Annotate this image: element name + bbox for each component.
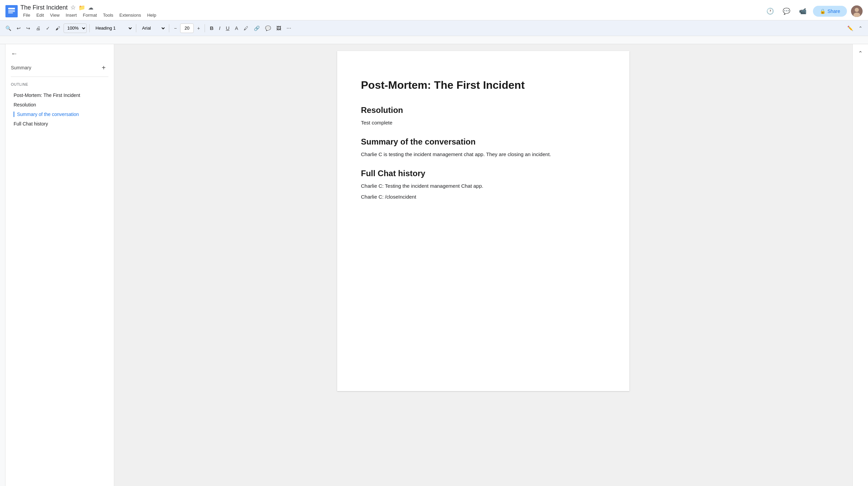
outline-item-label-1: Resolution bbox=[14, 102, 36, 107]
sidebar-divider bbox=[11, 77, 108, 77]
more-btn[interactable]: ⋯ bbox=[284, 23, 293, 34]
title-bar-right: 🕐 💬 📹 🔒 Share bbox=[764, 5, 863, 17]
svg-rect-2 bbox=[8, 10, 15, 11]
section-body-2-1: Charlie C: /closeIncident bbox=[361, 193, 606, 201]
link-btn[interactable]: 🔗 bbox=[252, 23, 262, 34]
paintformat-btn[interactable]: 🖌 bbox=[53, 23, 62, 34]
highlight-btn[interactable]: 🖊 bbox=[242, 23, 250, 34]
horizontal-ruler bbox=[0, 36, 868, 44]
collapse-btn[interactable]: ⌃ bbox=[856, 23, 865, 34]
outline-item-2[interactable]: Summary of the conversation bbox=[11, 110, 108, 119]
meet-icon[interactable]: 📹 bbox=[797, 5, 809, 17]
svg-rect-1 bbox=[8, 8, 15, 9]
style-select[interactable]: Heading 1 bbox=[92, 23, 133, 33]
italic-btn[interactable]: I bbox=[217, 23, 222, 34]
comment-btn[interactable]: 💬 bbox=[263, 23, 273, 34]
font-select[interactable]: Arial bbox=[139, 23, 166, 33]
collapse-sidebar-btn[interactable]: ⌃ bbox=[854, 47, 867, 59]
menu-insert[interactable]: Insert bbox=[63, 12, 80, 18]
menu-tools[interactable]: Tools bbox=[100, 12, 116, 18]
search-btn[interactable]: 🔍 bbox=[3, 23, 13, 34]
outline-label: Outline bbox=[11, 82, 108, 86]
avatar[interactable] bbox=[851, 5, 863, 17]
document-title[interactable]: The First Incident bbox=[20, 4, 68, 11]
star-icon[interactable]: ☆ bbox=[70, 4, 76, 11]
menu-file[interactable]: File bbox=[20, 12, 33, 18]
menu-help[interactable]: Help bbox=[144, 12, 159, 18]
font-size-increase-btn[interactable]: + bbox=[195, 23, 202, 34]
svg-rect-3 bbox=[8, 11, 15, 12]
right-panel: ⌃ bbox=[852, 44, 868, 486]
svg-point-6 bbox=[855, 8, 859, 12]
image-btn[interactable]: 🖼 bbox=[274, 23, 283, 34]
lock-icon: 🔒 bbox=[820, 9, 826, 14]
document-area[interactable]: Post-Mortem: The First Incident Resoluti… bbox=[114, 44, 852, 486]
outline-item-label-2: Summary of the conversation bbox=[17, 112, 79, 117]
underline-btn[interactable]: U bbox=[224, 23, 231, 34]
document-page: Post-Mortem: The First Incident Resoluti… bbox=[337, 51, 629, 391]
doc-main-title: Post-Mortem: The First Incident bbox=[361, 78, 606, 93]
title-bar: The First Incident ☆ 📁 ☁ File Edit View … bbox=[0, 0, 868, 20]
svg-rect-4 bbox=[8, 13, 13, 13]
summary-section: Summary + bbox=[11, 63, 108, 72]
redo-btn[interactable]: ↪ bbox=[24, 23, 32, 34]
outline-item-label-3: Full Chat history bbox=[14, 121, 48, 127]
separator-4 bbox=[205, 24, 205, 32]
add-summary-btn[interactable]: + bbox=[99, 63, 108, 72]
title-bar-left: The First Incident ☆ 📁 ☁ File Edit View … bbox=[5, 4, 764, 18]
edit-mode-btn[interactable]: ✏️ bbox=[845, 23, 855, 34]
left-ruler bbox=[0, 44, 5, 486]
folder-icon[interactable]: 📁 bbox=[79, 4, 85, 11]
font-size-decrease-btn[interactable]: − bbox=[172, 23, 179, 34]
menu-edit[interactable]: Edit bbox=[34, 12, 47, 18]
zoom-select[interactable]: 100% bbox=[64, 23, 87, 33]
active-indicator bbox=[14, 112, 14, 117]
share-button[interactable]: 🔒 Share bbox=[813, 6, 847, 17]
main-area: ← Summary + Outline Post-Mortem: The Fir… bbox=[0, 44, 868, 486]
separator-3 bbox=[169, 24, 169, 32]
separator-2 bbox=[136, 24, 136, 32]
separator-1 bbox=[89, 24, 90, 32]
undo-btn[interactable]: ↩ bbox=[15, 23, 23, 34]
section-heading-0: Resolution bbox=[361, 105, 606, 115]
cloud-icon[interactable]: ☁ bbox=[88, 4, 93, 11]
print-btn[interactable]: 🖨 bbox=[34, 23, 42, 34]
section-body-0-0: Test complete bbox=[361, 119, 606, 127]
back-btn[interactable]: ← bbox=[11, 50, 108, 57]
comments-icon[interactable]: 💬 bbox=[780, 5, 793, 17]
back-arrow-icon: ← bbox=[11, 50, 18, 57]
share-label: Share bbox=[828, 9, 840, 14]
docs-icon bbox=[5, 5, 18, 17]
section-heading-2: Full Chat history bbox=[361, 168, 606, 179]
menu-bar: File Edit View Insert Format Tools Exten… bbox=[20, 12, 159, 18]
section-body-2-0: Charlie C: Testing the incident manageme… bbox=[361, 182, 606, 190]
sidebar: ← Summary + Outline Post-Mortem: The Fir… bbox=[5, 44, 114, 486]
outline-items: Post-Mortem: The First Incident Resoluti… bbox=[11, 90, 108, 129]
menu-view[interactable]: View bbox=[47, 12, 62, 18]
title-info: The First Incident ☆ 📁 ☁ File Edit View … bbox=[20, 4, 159, 18]
toolbar: 🔍 ↩ ↪ 🖨 ✓ 🖌 100% Heading 1 Arial − + B I… bbox=[0, 20, 868, 36]
menu-extensions[interactable]: Extensions bbox=[117, 12, 144, 18]
outline-item-1[interactable]: Resolution bbox=[11, 100, 108, 110]
spellcheck-btn[interactable]: ✓ bbox=[44, 23, 52, 34]
section-body-1-0: Charlie C is testing the incident manage… bbox=[361, 150, 606, 158]
font-size-input[interactable] bbox=[180, 23, 194, 33]
history-icon[interactable]: 🕐 bbox=[764, 5, 776, 17]
outline-item-0[interactable]: Post-Mortem: The First Incident bbox=[11, 90, 108, 100]
section-heading-1: Summary of the conversation bbox=[361, 136, 606, 147]
summary-label: Summary bbox=[11, 65, 31, 70]
bold-btn[interactable]: B bbox=[208, 23, 215, 34]
text-color-btn[interactable]: A bbox=[233, 23, 240, 34]
outline-item-label-0: Post-Mortem: The First Incident bbox=[14, 93, 80, 98]
menu-format[interactable]: Format bbox=[80, 12, 100, 18]
outline-item-3[interactable]: Full Chat history bbox=[11, 119, 108, 129]
